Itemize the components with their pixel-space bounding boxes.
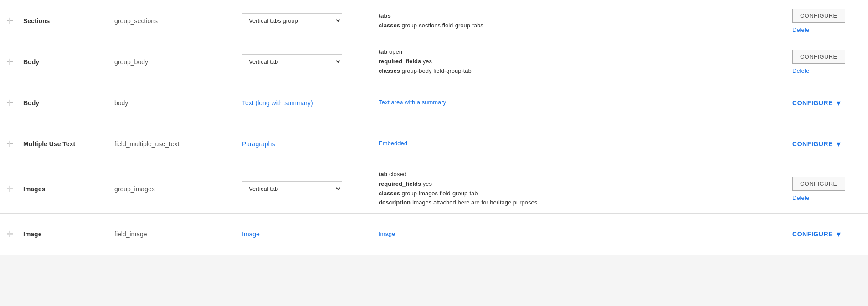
actions-column: CONFIGUREDelete: [786, 41, 868, 82]
configure-caret-button[interactable]: ▾: [835, 139, 842, 149]
machine-name: field_image: [110, 214, 237, 255]
settings-text: Embedded: [379, 139, 407, 148]
widget-column: Vertical tabs groupVertical tabHidden: [237, 164, 374, 213]
field-group-table: ✛Sectionsgroup_sectionsVertical tabs gro…: [0, 0, 868, 255]
table-row: ✛Bodygroup_bodyVertical tabs groupVertic…: [0, 41, 868, 82]
configure-main-button[interactable]: CONFIGURE: [792, 140, 833, 148]
settings-column: tabsclasses group-sections field-group-t…: [374, 0, 786, 41]
drag-handle[interactable]: ✛: [0, 164, 19, 213]
widget-column: Vertical tabs groupVertical tabHidden: [237, 0, 374, 41]
field-label: Sections: [19, 0, 110, 41]
machine-name: field_multiple_use_text: [110, 123, 237, 164]
configure-split-button: CONFIGURE▾: [792, 98, 842, 108]
machine-name: group_sections: [110, 0, 237, 41]
drag-handle[interactable]: ✛: [0, 214, 19, 255]
drag-icon: ✛: [6, 139, 13, 149]
actions-column: CONFIGUREDelete: [786, 164, 868, 213]
table-row: ✛Sectionsgroup_sectionsVertical tabs gro…: [0, 0, 868, 41]
settings-text: Image: [379, 230, 395, 239]
drag-icon: ✛: [6, 98, 13, 108]
table-row: ✛BodybodyText (long with summary)Text ar…: [0, 82, 868, 123]
settings-text: tab openrequired_fields yesclasses group…: [379, 47, 472, 76]
widget-column: Image: [237, 214, 374, 255]
widget-dropdown[interactable]: Vertical tabs groupVertical tabHidden: [242, 54, 342, 69]
widget-column: Text (long with summary): [237, 82, 374, 123]
field-label: Body: [19, 82, 110, 123]
drag-handle[interactable]: ✛: [0, 123, 19, 164]
widget-link[interactable]: Text (long with summary): [242, 99, 313, 107]
table-row: ✛Multiple Use Textfield_multiple_use_tex…: [0, 123, 868, 164]
settings-column: tab closedrequired_fields yesclasses gro…: [374, 164, 786, 213]
widget-link[interactable]: Paragraphs: [242, 140, 275, 148]
settings-text: Text area with a summary: [379, 98, 446, 107]
field-label: Image: [19, 214, 110, 255]
machine-name: body: [110, 82, 237, 123]
field-label: Multiple Use Text: [19, 123, 110, 164]
actions-column: CONFIGURE▾: [786, 214, 868, 255]
field-label: Images: [19, 164, 110, 213]
settings-column: Text area with a summary: [374, 82, 786, 123]
widget-dropdown[interactable]: Vertical tabs groupVertical tabHidden: [242, 181, 342, 196]
widget-dropdown[interactable]: Vertical tabs groupVertical tabHidden: [242, 13, 342, 28]
configure-caret-button[interactable]: ▾: [835, 98, 842, 108]
configure-main-button[interactable]: CONFIGURE: [792, 99, 833, 107]
delete-link[interactable]: Delete: [792, 26, 810, 33]
table-row: ✛Imagesgroup_imagesVertical tabs groupVe…: [0, 164, 868, 214]
settings-column: Image: [374, 214, 786, 255]
drag-icon: ✛: [6, 229, 13, 239]
settings-column: Embedded: [374, 123, 786, 164]
machine-name: group_images: [110, 164, 237, 213]
drag-handle[interactable]: ✛: [0, 0, 19, 41]
delete-link[interactable]: Delete: [792, 67, 810, 74]
actions-column: CONFIGURE▾: [786, 123, 868, 164]
configure-button[interactable]: CONFIGURE: [792, 177, 845, 191]
drag-icon: ✛: [6, 184, 13, 194]
drag-icon: ✛: [6, 57, 13, 67]
table-row: ✛Imagefield_imageImageImageCONFIGURE▾: [0, 214, 868, 255]
drag-icon: ✛: [6, 16, 13, 26]
actions-column: CONFIGURE▾: [786, 82, 868, 123]
widget-column: Vertical tabs groupVertical tabHidden: [237, 41, 374, 82]
field-label: Body: [19, 41, 110, 82]
settings-column: tab openrequired_fields yesclasses group…: [374, 41, 786, 82]
configure-main-button[interactable]: CONFIGURE: [792, 230, 833, 238]
drag-handle[interactable]: ✛: [0, 82, 19, 123]
configure-caret-button[interactable]: ▾: [835, 229, 842, 239]
configure-button[interactable]: CONFIGURE: [792, 50, 845, 64]
machine-name: group_body: [110, 41, 237, 82]
settings-text: tabsclasses group-sections field-group-t…: [379, 11, 483, 31]
widget-column: Paragraphs: [237, 123, 374, 164]
configure-split-button: CONFIGURE▾: [792, 139, 842, 149]
settings-text: tab closedrequired_fields yesclasses gro…: [379, 170, 543, 208]
configure-button[interactable]: CONFIGURE: [792, 9, 845, 23]
actions-column: CONFIGUREDelete: [786, 0, 868, 41]
widget-link[interactable]: Image: [242, 230, 260, 238]
delete-link[interactable]: Delete: [792, 194, 810, 201]
drag-handle[interactable]: ✛: [0, 41, 19, 82]
configure-split-button: CONFIGURE▾: [792, 229, 842, 239]
